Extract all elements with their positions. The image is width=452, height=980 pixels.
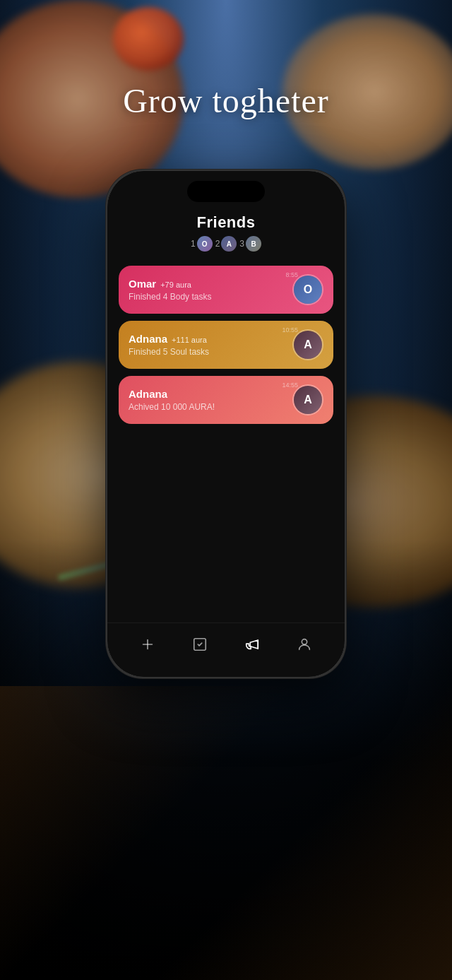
bottom-nav [107,622,345,677]
notif-content-adnana-milestone: Adnana Achived 10 000 AURA! [129,388,287,412]
avatar-adnana1: A [294,331,322,359]
mini-avatar-2: A [221,236,237,252]
nav-profile-button[interactable] [289,632,320,657]
person-icon [297,637,312,652]
hero-headline: Grow togheter [0,81,452,120]
notif-name-adnana-soul: Adnana [129,333,167,345]
friend-slot-3: 3 B [239,236,261,252]
notif-time-adnana-soul: 10:55 [282,326,298,333]
plus-icon [140,637,155,652]
notif-name-row-omar: Omar +79 aura [129,278,287,290]
dynamic-island [187,181,265,202]
notif-aura-omar: +79 aura [160,281,191,289]
notif-avatar-adnana-milestone: A [292,384,323,415]
avatar-adnana2: A [294,386,322,414]
svg-point-4 [302,639,307,644]
friend-avatars-row: 1 O 2 A 3 B [107,236,345,252]
friend-slot-3-num: 3 [239,239,244,249]
notif-time-adnana-milestone: 14:55 [282,382,298,389]
notif-name-row-adnana-milestone: Adnana [129,388,287,400]
notif-content-omar: Omar +79 aura Finished 4 Body tasks [129,278,287,302]
notif-desc-adnana-soul: Finished 5 Soul tasks [129,347,287,357]
notif-content-adnana-soul: Adnana +111 aura Finished 5 Soul tasks [129,333,287,357]
notification-card-omar[interactable]: Omar +79 aura Finished 4 Body tasks 8:55… [119,266,333,314]
notif-aura-adnana-soul: +111 aura [172,336,207,344]
friend-slot-2-num: 2 [215,239,220,249]
notif-name-row-adnana-soul: Adnana +111 aura [129,333,287,345]
friend-slot-1: 1 O [191,236,213,252]
phone-frame: Friends 1 O 2 A 3 B [106,170,346,678]
nav-add-button[interactable] [132,632,163,657]
friend-slot-2: 2 A [215,236,237,252]
notification-card-adnana-milestone[interactable]: Adnana Achived 10 000 AURA! 14:55 A [119,376,333,424]
notif-avatar-omar: O [292,274,323,305]
notif-avatar-adnana-soul: A [292,329,323,360]
dark-sides [0,686,452,980]
mini-avatar-1: O [197,236,213,252]
nav-inbox-button[interactable] [184,632,215,657]
phone-screen: Friends 1 O 2 A 3 B [107,171,345,677]
notif-desc-adnana-milestone: Achived 10 000 AURA! [129,402,287,412]
screen-title: Friends [107,213,345,232]
inbox-icon [192,637,208,652]
friend-slot-1-num: 1 [191,239,196,249]
notif-desc-omar: Finished 4 Body tasks [129,292,287,302]
meteor [113,7,184,71]
mini-avatar-3: B [246,236,261,252]
notif-name-omar: Omar [129,278,156,290]
nav-friends-button[interactable] [237,632,268,657]
notification-card-adnana-soul[interactable]: Adnana +111 aura Finished 5 Soul tasks 1… [119,321,333,369]
avatar-omar: O [294,276,322,304]
notif-name-adnana-milestone: Adnana [129,388,167,400]
notif-time-omar: 8:55 [285,271,298,278]
notifications-list: Omar +79 aura Finished 4 Body tasks 8:55… [107,257,345,622]
megaphone-icon [244,637,260,652]
